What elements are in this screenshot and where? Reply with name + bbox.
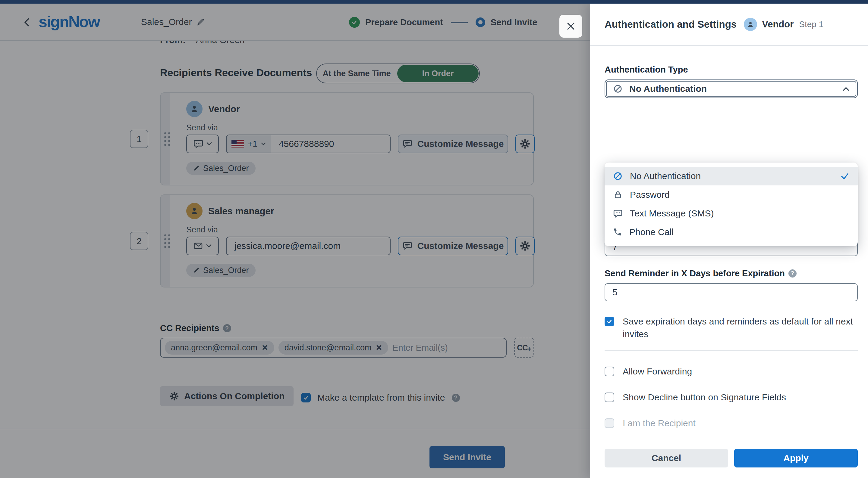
browser-top-strip: [0, 0, 868, 4]
save-default-checkbox[interactable]: [604, 317, 614, 326]
panel-body: Authentication Type No Authentication No…: [590, 64, 868, 430]
sms-bubble-icon: [613, 209, 623, 218]
i-am-recipient-row: I am the Recipient: [604, 417, 858, 430]
reminder-before-input[interactable]: [604, 283, 858, 301]
recipient-avatar: [744, 18, 757, 31]
i-am-recipient-checkbox: [604, 418, 614, 428]
auth-type-dropdown: No Authentication Password Text Message …: [604, 163, 858, 246]
option-label: Password: [630, 190, 670, 200]
i-am-recipient-label: I am the Recipient: [623, 417, 695, 430]
option-password[interactable]: Password: [604, 185, 858, 204]
option-phone-call[interactable]: Phone Call: [604, 223, 858, 241]
save-default-row: Save expiration days and reminders as de…: [604, 315, 858, 340]
option-label: Text Message (SMS): [630, 208, 714, 218]
authentication-settings-panel: Authentication and Settings Vendor Step …: [590, 4, 868, 478]
auth-type-select[interactable]: No Authentication: [604, 79, 858, 98]
close-icon: [566, 21, 576, 31]
section-divider: [604, 350, 858, 351]
panel-recipient-name: Vendor: [762, 19, 794, 30]
allow-forwarding-checkbox[interactable]: [604, 367, 614, 376]
panel-header: Authentication and Settings Vendor Step …: [590, 4, 868, 46]
cancel-button[interactable]: Cancel: [604, 449, 728, 468]
prohibited-icon: [613, 171, 623, 181]
chevron-up-icon: [843, 87, 849, 91]
close-button[interactable]: [559, 15, 582, 38]
prohibited-icon: [613, 84, 623, 94]
apply-button[interactable]: Apply: [734, 449, 858, 468]
phone-icon: [613, 228, 622, 237]
reminder-before-label-text: Send Reminder in X Days before Expiratio…: [604, 268, 785, 278]
save-default-label: Save expiration days and reminders as de…: [623, 315, 858, 340]
auth-type-label: Authentication Type: [604, 64, 858, 75]
show-decline-checkbox[interactable]: [604, 392, 614, 402]
panel-footer: Cancel Apply: [590, 438, 868, 478]
reminder-before-expiration-label: Send Reminder in X Days before Expiratio…: [604, 268, 858, 278]
option-label: No Authentication: [630, 171, 701, 181]
allow-forwarding-row: Allow Forwarding: [604, 365, 858, 378]
lock-icon: [613, 190, 623, 200]
modal-dim-overlay: [0, 4, 590, 478]
show-decline-label: Show Decline button on Signature Fields: [623, 391, 786, 404]
allow-forwarding-label: Allow Forwarding: [623, 365, 692, 378]
auth-type-selected-value: No Authentication: [629, 84, 707, 94]
check-icon: [840, 172, 849, 181]
help-icon[interactable]: ?: [788, 269, 797, 277]
panel-title: Authentication and Settings: [604, 19, 737, 30]
option-no-authentication[interactable]: No Authentication: [604, 167, 858, 185]
option-text-message[interactable]: Text Message (SMS): [604, 204, 858, 223]
show-decline-row: Show Decline button on Signature Fields: [604, 391, 858, 404]
person-icon: [747, 21, 754, 28]
option-label: Phone Call: [629, 227, 674, 237]
panel-step-label: Step 1: [799, 20, 824, 29]
